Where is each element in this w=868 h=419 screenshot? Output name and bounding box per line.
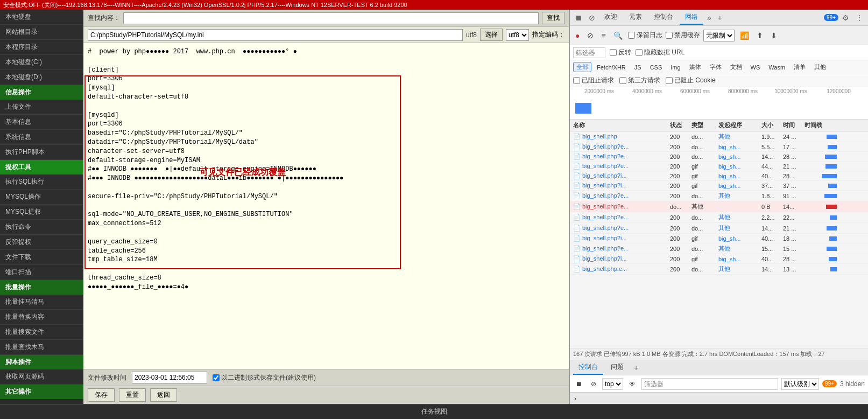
hide-data-url-checkbox[interactable] bbox=[636, 49, 643, 56]
network-cell-name[interactable]: 📄big_shell.php?i... bbox=[573, 255, 670, 262]
type-filter-字体[interactable]: 字体 bbox=[707, 62, 725, 72]
sidebar-item-本地磁盘(D:)[interactable]: 本地磁盘(D:) bbox=[0, 70, 83, 85]
console-clear-btn[interactable]: ⊘ bbox=[588, 379, 599, 389]
console-eye-btn[interactable]: 👁 bbox=[626, 379, 638, 389]
editor-content[interactable]: # power by php●●●●●● 2017 www.php.cn ●●●… bbox=[83, 43, 569, 369]
devtools-icon-record[interactable]: ⏹ bbox=[572, 11, 585, 24]
more-icon[interactable]: ⋮ bbox=[853, 11, 866, 24]
keeplog-label[interactable]: 保留日志 bbox=[628, 31, 662, 40]
download-btn[interactable]: ⬆ bbox=[754, 30, 765, 41]
search-btn[interactable]: 🔍 bbox=[611, 30, 625, 41]
network-cell-name[interactable]: 📄big_shell.php?e... bbox=[573, 163, 670, 170]
import-btn[interactable]: ⬇ bbox=[768, 30, 779, 41]
network-row[interactable]: 📄big_shell.php?i...200gifbig_sh...37...3… bbox=[570, 181, 868, 191]
sidebar-item-执行命令[interactable]: 执行命令 bbox=[0, 220, 83, 235]
network-cell-name[interactable]: 📄big_shell.php?i... bbox=[573, 235, 670, 242]
sidebar-item-批量搜索文件[interactable]: 批量搜索文件 bbox=[0, 325, 83, 340]
network-row[interactable]: 📄big_shell.php?i...200gifbig_sh...40...2… bbox=[570, 254, 868, 264]
col-status[interactable]: 状态 bbox=[670, 121, 691, 129]
sidebar-item-端口扫描[interactable]: 端口扫描 bbox=[0, 265, 83, 280]
third-party-checkbox[interactable] bbox=[619, 77, 626, 84]
sidebar-item-上传文件[interactable]: 上传文件 bbox=[0, 100, 83, 115]
sidebar-item-脚本插件[interactable]: 脚本插件 bbox=[0, 355, 83, 369]
reverse-filter-label[interactable]: 反转 bbox=[610, 48, 631, 57]
sidebar-item-批量替换内容[interactable]: 批量替换内容 bbox=[0, 310, 83, 325]
devtools-icon-block[interactable]: ⊘ bbox=[586, 11, 598, 24]
network-cell-initiator[interactable]: 其他 bbox=[718, 245, 761, 253]
col-initiator[interactable]: 发起程序 bbox=[718, 121, 761, 129]
sidebar-item-系统信息[interactable]: 系统信息 bbox=[0, 130, 83, 145]
type-filter-全部[interactable]: 全部 bbox=[573, 62, 591, 72]
network-cell-name[interactable]: 📄big_shell.php?i... bbox=[573, 182, 670, 189]
throttle-select[interactable]: 无限制 bbox=[703, 30, 735, 41]
sidebar-item-本地硬盘[interactable]: 本地硬盘 bbox=[0, 10, 83, 25]
keeplog-checkbox[interactable] bbox=[628, 32, 635, 39]
network-row[interactable]: 📄big_shell.php.e...200do...其他14...13 ... bbox=[570, 264, 868, 275]
sidebar-item-批量挂马清马[interactable]: 批量挂马清马 bbox=[0, 295, 83, 310]
blocked-cookie-checkbox[interactable] bbox=[666, 77, 673, 84]
network-cell-initiator[interactable]: big_sh... bbox=[718, 235, 761, 242]
network-cell-initiator[interactable]: big_sh... bbox=[718, 183, 761, 189]
console-context-select[interactable]: top bbox=[602, 378, 623, 390]
network-row[interactable]: 📄big_shell.php?e...200do...其他1.8...91 ..… bbox=[570, 191, 868, 201]
network-row[interactable]: 📄big_shell.php?e...200gifbig_sh...44...2… bbox=[570, 162, 868, 171]
type-filter-Wasm[interactable]: Wasm bbox=[765, 63, 788, 72]
network-row[interactable]: 📄big_shell.php?e...200do...big_sh...14..… bbox=[570, 152, 868, 162]
disablecache-label[interactable]: 禁用缓存 bbox=[666, 31, 700, 40]
col-type[interactable]: 类型 bbox=[691, 121, 718, 129]
sidebar-item-执行SQL执行[interactable]: 执行SQL执行 bbox=[0, 174, 83, 190]
sidebar-item-提权工具[interactable]: 提权工具 bbox=[0, 160, 83, 174]
sidebar-item-批量操作[interactable]: 批量操作 bbox=[0, 280, 83, 295]
encoding-select[interactable]: utf8 bbox=[506, 29, 529, 41]
tab-console[interactable]: 控制台 bbox=[648, 10, 679, 25]
back-button[interactable]: 返回 bbox=[150, 388, 177, 402]
network-cell-name[interactable]: 📄big_shell.php?e... bbox=[573, 203, 670, 210]
network-cell-initiator[interactable]: big_sh... bbox=[718, 153, 761, 160]
clear-btn[interactable]: ⊘ bbox=[585, 30, 596, 41]
network-cell-initiator[interactable]: big_sh... bbox=[718, 163, 761, 170]
network-cell-name[interactable]: 📄big_shell.php?e... bbox=[573, 225, 670, 232]
type-filter-JS[interactable]: JS bbox=[631, 63, 645, 72]
console-record-btn[interactable]: ⏹ bbox=[573, 379, 585, 389]
network-cell-name[interactable]: 📄big_shell.php?e... bbox=[573, 153, 670, 160]
type-filter-文档[interactable]: 文档 bbox=[727, 62, 745, 72]
network-row[interactable]: 📄big_shell.php?e...200do...其他15...15 ... bbox=[570, 243, 868, 254]
tab-more[interactable]: » bbox=[704, 11, 714, 24]
blocked-cookie-label[interactable]: 已阻止 Cookie bbox=[666, 76, 716, 85]
type-filter-Fetch/XHR[interactable]: Fetch/XHR bbox=[594, 63, 629, 72]
type-filter-清单[interactable]: 清单 bbox=[791, 62, 809, 72]
network-cell-initiator[interactable]: 其他 bbox=[718, 265, 761, 273]
network-row[interactable]: 📄big_shell.php200do...其他1.9...24 ... bbox=[570, 131, 868, 142]
bottom-tab-issues[interactable]: 问题 bbox=[605, 360, 629, 375]
network-cell-initiator[interactable]: big_sh... bbox=[718, 173, 761, 179]
network-cell-name[interactable]: 📄big_shell.php bbox=[573, 133, 670, 140]
binary-save-label[interactable]: 以二进制形式保存文件(建议使用) bbox=[213, 373, 316, 382]
sidebar-item-基本信息[interactable]: 基本信息 bbox=[0, 115, 83, 130]
settings-icon[interactable]: ⚙ bbox=[839, 11, 852, 24]
filter-btn[interactable]: ≡ bbox=[599, 30, 608, 41]
sidebar-item-信息操作[interactable]: 信息操作 bbox=[0, 85, 83, 100]
sidebar-item-文件下载[interactable]: 文件下载 bbox=[0, 250, 83, 265]
type-filter-Img[interactable]: Img bbox=[667, 63, 683, 72]
binary-save-checkbox[interactable] bbox=[213, 374, 220, 381]
tab-elements[interactable]: 欢迎 bbox=[599, 10, 623, 25]
sidebar-item-MYSQL提权[interactable]: MYSQL提权 bbox=[0, 205, 83, 220]
console-level-select[interactable]: 默认级别 bbox=[781, 378, 819, 390]
console-expand[interactable]: › bbox=[570, 392, 868, 404]
network-cell-name[interactable]: 📄big_shell.php?e... bbox=[573, 245, 670, 252]
record-btn[interactable]: ● bbox=[573, 30, 582, 41]
tab-add[interactable]: + bbox=[715, 11, 725, 24]
console-filter-input[interactable] bbox=[641, 378, 778, 390]
network-cell-initiator[interactable]: 其他 bbox=[718, 213, 761, 221]
network-row[interactable]: 📄big_shell.php?e...200do...big_sh...5.5.… bbox=[570, 142, 868, 152]
col-name[interactable]: 名称 bbox=[573, 121, 670, 129]
blocked-req-label[interactable]: 已阻止请求 bbox=[573, 76, 614, 85]
sidebar-item-本地磁盘(C:)[interactable]: 本地磁盘(C:) bbox=[0, 55, 83, 70]
sidebar-item-反弹提权[interactable]: 反弹提权 bbox=[0, 235, 83, 250]
tab-network[interactable]: 网络 bbox=[680, 10, 703, 25]
type-filter-媒体[interactable]: 媒体 bbox=[686, 62, 704, 72]
third-party-label[interactable]: 第三方请求 bbox=[619, 76, 660, 85]
network-cell-initiator[interactable]: big_sh... bbox=[718, 256, 761, 262]
sidebar-item-MYSQL操作[interactable]: MYSQL操作 bbox=[0, 190, 83, 205]
sidebar-item-网站根目录[interactable]: 网站根目录 bbox=[0, 25, 83, 40]
